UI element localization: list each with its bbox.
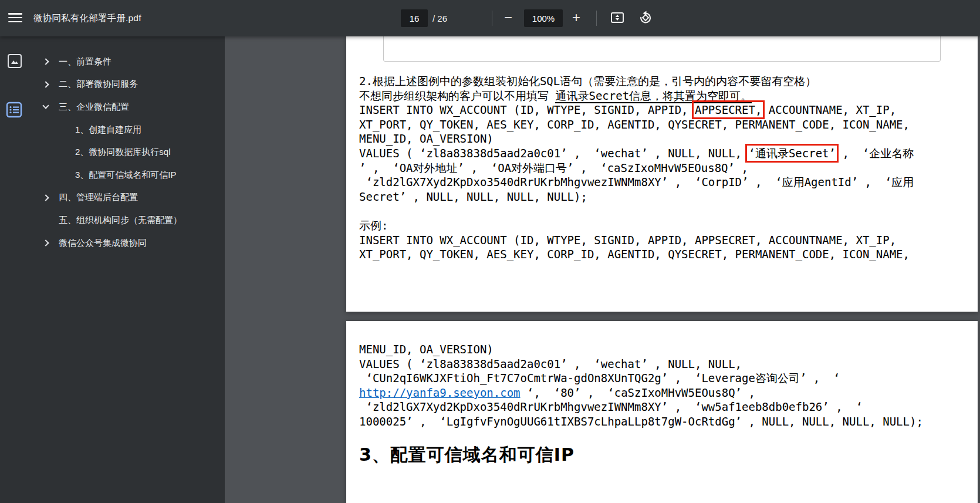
code-text: VALUES ( ‘zl8a83838d5aad2a0c01’ , ‘wecha… [359, 147, 748, 160]
toolbar: 微协同私有化部署手册.pdf / 26 − 100% + [0, 0, 980, 36]
sidebar-item-org-sync[interactable]: 五、组织机构同步（无需配置） [0, 209, 225, 232]
menu-icon[interactable] [4, 6, 27, 29]
code-text: ‘, ‘80’ , ‘caSzIxoMHvW5EOus8Q’ , [521, 386, 755, 399]
sql-text-block: MENU_ID, OA_VERSION)VALUES ( ‘zl8a83838d… [359, 342, 923, 429]
chevron-right-icon[interactable] [42, 194, 49, 201]
code-text: 示例: [359, 219, 388, 232]
sidebar-item-create-app[interactable]: 1、创建自建应用 [0, 119, 225, 141]
rotate-counterclockwise-icon [638, 10, 653, 25]
code-text: 2.根据上述图例中的参数组装初始化SQL语句（需要注意的是，引号内的内容不要留有… [359, 75, 816, 87]
code-text: , ‘企业名称 [836, 147, 914, 160]
code-text: VALUES ( ‘zl8a83838d5aad2a0c01’ , ‘wecha… [359, 357, 742, 370]
code-text: 1000025’ , ‘LgIgfvFynOgUUG61tIXBS7cLhpaL… [359, 415, 923, 428]
sidebar-item-wecom-config[interactable]: 三、企业微信配置 [0, 96, 225, 119]
toolbar-divider [596, 11, 597, 26]
code-text: Secret’ , NULL, NULL, NULL, NULL); [359, 190, 587, 203]
red-highlight-box: APPSECRET, [695, 103, 762, 116]
code-line: ‘zld2lGX7Xyd2KpDxo3540dRrUKrbMhgvwezIWNM… [359, 400, 923, 414]
sidebar-item-deploy-service[interactable]: 二、部署微协同服务 [0, 73, 225, 96]
section-heading: 3、配置可信域名和可信IP [359, 443, 575, 467]
zoom-in-button[interactable]: + [565, 6, 588, 29]
code-text: MENU_ID, OA_VERSION) [359, 343, 494, 356]
chevron-right-icon[interactable] [42, 59, 49, 65]
sidebar-item-trusted-domain[interactable]: 3、配置可信域名和可信IP [0, 164, 225, 187]
embedded-image-placeholder [383, 36, 941, 62]
code-line [359, 204, 914, 218]
code-line: INSERT INTO WX_ACCOUNT (ID, WTYPE, SIGNI… [359, 103, 914, 117]
chevron-down-icon[interactable] [42, 103, 49, 109]
code-line: 1000025’ , ‘LgIgfvFynOgUUG61tIXBS7cLhpaL… [359, 414, 923, 429]
sidebar-item-prerequisites[interactable]: 一、前置条件 [0, 50, 225, 73]
zoom-out-button[interactable]: − [496, 6, 520, 29]
code-text: ‘zld2lGX7Xyd2KpDxo3540dRrUKrbMhgvwezIWNM… [359, 400, 863, 413]
pdf-page-17: MENU_ID, OA_VERSION)VALUES ( ‘zl8a83838d… [346, 321, 978, 503]
code-text: INSERT INTO WX_ACCOUNT (ID, WTYPE, SIGNI… [359, 234, 896, 247]
chevron-right-icon[interactable] [42, 239, 49, 246]
fit-to-page-button[interactable] [606, 6, 629, 29]
page-number-input[interactable] [401, 9, 428, 27]
code-line: ’ , ‘OA对外地址’ , ‘OA对外端口号’ , ‘caSzIxoMHvW5… [359, 161, 914, 175]
red-highlight-box: ‘通讯录Secret’ [748, 147, 836, 160]
code-line: VALUES ( ‘zl8a83838d5aad2a0c01’ , ‘wecha… [359, 146, 914, 161]
code-text: 不想同步组织架构的客户可以不用填写 [359, 89, 555, 102]
code-line: 2.根据上述图例中的参数组装初始化SQL语句（需要注意的是，引号内的内容不要留有… [359, 74, 914, 89]
code-line: VALUES ( ‘zl8a83838d5aad2a0c01’ , ‘wecha… [359, 357, 923, 372]
pdf-page-16: 2.根据上述图例中的参数组装初始化SQL语句（需要注意的是，引号内的内容不要留有… [346, 36, 978, 312]
code-text: XT_PORT, QY_TOKEN, AES_KEY, CORP_ID, AGE… [359, 118, 910, 131]
code-line: Secret’ , NULL, NULL, NULL, NULL); [359, 190, 914, 204]
zoom-level[interactable]: 100% [524, 9, 563, 27]
code-text: INSERT INTO WX_ACCOUNT (ID, WTYPE, SIGNI… [359, 103, 695, 116]
code-text: ‘CUn2qI6WKJXFtiOh_Ft7C7oCmtrWa-gdOn8XUnT… [359, 372, 840, 384]
code-line: MENU_ID, OA_VERSION) [359, 131, 914, 146]
code-line: 不想同步组织架构的客户可以不用填写 通讯录Secret信息，将其置为空即可。 [359, 89, 914, 103]
code-text: MENU_ID, OA_VERSION) [359, 132, 494, 145]
sidebar: 一、前置条件 二、部署微协同服务 三、企业微信配置 1、创建自建应用 2、微协同… [0, 36, 225, 503]
code-line: MENU_ID, OA_VERSION) [359, 342, 923, 357]
code-line: ‘CUn2qI6WKJXFtiOh_Ft7C7oCmtrWa-gdOn8XUnT… [359, 371, 923, 386]
code-line: ‘zld2lGX7Xyd2KpDxo3540dRrUKrbMhgvwezIWNM… [359, 175, 914, 190]
code-line: http://yanfa9.seeyon.com ‘, ‘80’ , ‘caSz… [359, 386, 923, 400]
page-count-label: / 26 [432, 0, 447, 36]
fit-page-icon [610, 10, 625, 25]
chevron-right-icon[interactable] [42, 81, 49, 87]
outline-panel: 一、前置条件 二、部署微协同服务 三、企业微信配置 1、创建自建应用 2、微协同… [0, 50, 225, 254]
toolbar-divider [492, 11, 492, 26]
code-line: INSERT INTO WX_ACCOUNT (ID, WTYPE, SIGNI… [359, 233, 914, 248]
code-text: ‘zld2lGX7Xyd2KpDxo3540dRrUKrbMhgvwezIWNM… [359, 175, 914, 188]
pdf-viewer: 微协同私有化部署手册.pdf / 26 − 100% + [0, 0, 980, 503]
rotate-button[interactable] [634, 6, 657, 29]
sidebar-item-admin-config[interactable]: 四、管理端后台配置 [0, 187, 225, 210]
code-text: ’ , ‘OA对外地址’ , ‘OA对外端口号’ , ‘caSzIxoMHvW5… [359, 161, 748, 174]
hamburger-icon [8, 13, 22, 22]
code-text: XT_PORT, QY_TOKEN, AES_KEY, CORP_ID, AGE… [359, 248, 910, 261]
sql-text-block: 2.根据上述图例中的参数组装初始化SQL语句（需要注意的是，引号内的内容不要留有… [359, 74, 914, 262]
code-line: 示例: [359, 218, 914, 233]
code-line: XT_PORT, QY_TOKEN, AES_KEY, CORP_ID, AGE… [359, 247, 914, 262]
sidebar-item-db-sql[interactable]: 2、微协同数据库执行sql [0, 141, 225, 164]
document-title: 微协同私有化部署手册.pdf [33, 0, 141, 36]
hyperlink[interactable]: http://yanfa9.seeyon.com [359, 386, 521, 399]
underlined-text: 通讯录Secret信息，将其置为空即可。 [555, 89, 752, 103]
code-line: XT_PORT, QY_TOKEN, AES_KEY, CORP_ID, AGE… [359, 117, 914, 132]
code-text: ACCOUNTNAME, XT_IP, [762, 103, 896, 116]
sidebar-item-wechat-mp[interactable]: 微信公众号集成微协同 [0, 232, 225, 255]
